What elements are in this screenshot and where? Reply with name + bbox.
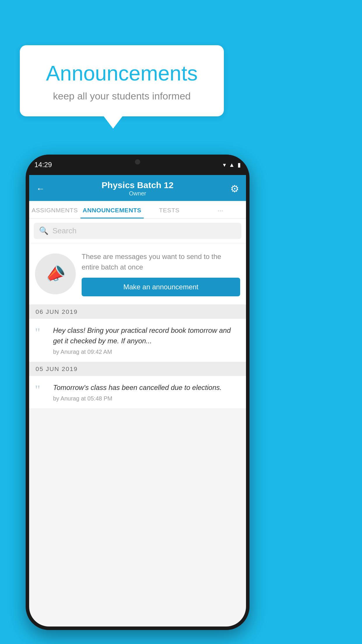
status-icons: ▾ ▲ ▮ (223, 161, 241, 168)
announcement-item-1[interactable]: " Hey class! Bring your practical record… (29, 319, 246, 362)
promo-content: These are messages you want to send to t… (82, 251, 240, 296)
speech-bubble-pointer (104, 116, 122, 129)
header-title: Physics Batch 12 (45, 180, 230, 190)
announcement-text-2: Tomorrow's class has been cancelled due … (53, 382, 240, 393)
speech-bubble: Announcements keep all your students inf… (20, 45, 224, 116)
search-bar[interactable]: 🔍 Search (34, 223, 241, 239)
announcement-meta-2: by Anurag at 05:48 PM (53, 395, 240, 402)
header-subtitle: Owner (45, 190, 230, 197)
back-button[interactable]: ← (36, 184, 45, 194)
announcement-content-2: Tomorrow's class has been cancelled due … (53, 382, 240, 402)
speech-bubble-container: Announcements keep all your students inf… (20, 45, 224, 129)
promo-section: 📣 These are messages you want to send to… (29, 243, 246, 305)
phone-screen: ← Physics Batch 12 Owner ⚙ ASSIGNMENTS A… (29, 175, 246, 626)
signal-icon: ▲ (229, 162, 235, 168)
tab-assignments[interactable]: ASSIGNMENTS (29, 201, 80, 218)
make-announcement-button[interactable]: Make an announcement (82, 278, 240, 296)
quote-icon-2: " (35, 382, 48, 402)
announcement-content-1: Hey class! Bring your practical record b… (53, 325, 240, 355)
status-time: 14:29 (34, 161, 52, 169)
tab-tests[interactable]: TESTS (144, 201, 195, 218)
search-icon: 🔍 (39, 226, 48, 235)
date-divider-2: 05 JUN 2019 (29, 362, 246, 376)
date-divider-1: 06 JUN 2019 (29, 305, 246, 319)
phone-notch: 14:29 ▾ ▲ ▮ (26, 155, 249, 175)
promo-icon-circle: 📣 (35, 253, 76, 294)
quote-icon-1: " (35, 325, 48, 355)
notch-cutout (111, 155, 164, 169)
tab-more[interactable]: ··· (195, 201, 246, 218)
megaphone-icon: 📣 (43, 262, 68, 286)
camera-dot (135, 159, 140, 164)
header-center: Physics Batch 12 Owner (45, 180, 230, 197)
phone-frame: 14:29 ▾ ▲ ▮ ← Physics Batch 12 Owner ⚙ A… (26, 155, 249, 630)
speech-bubble-subtitle: keep all your students informed (37, 90, 206, 102)
settings-icon[interactable]: ⚙ (230, 183, 239, 195)
announcement-text-1: Hey class! Bring your practical record b… (53, 325, 240, 346)
announcement-meta-1: by Anurag at 09:42 AM (53, 349, 240, 355)
speech-bubble-title: Announcements (37, 61, 206, 85)
tab-announcements[interactable]: ANNOUNCEMENTS (80, 201, 144, 218)
announcement-item-2[interactable]: " Tomorrow's class has been cancelled du… (29, 376, 246, 409)
battery-icon: ▮ (238, 161, 241, 168)
tabs-container: ASSIGNMENTS ANNOUNCEMENTS TESTS ··· (29, 201, 246, 219)
app-header: ← Physics Batch 12 Owner ⚙ (29, 175, 246, 201)
search-container: 🔍 Search (29, 219, 246, 243)
promo-description: These are messages you want to send to t… (82, 251, 240, 272)
wifi-icon: ▾ (223, 161, 226, 168)
search-placeholder: Search (52, 226, 76, 235)
